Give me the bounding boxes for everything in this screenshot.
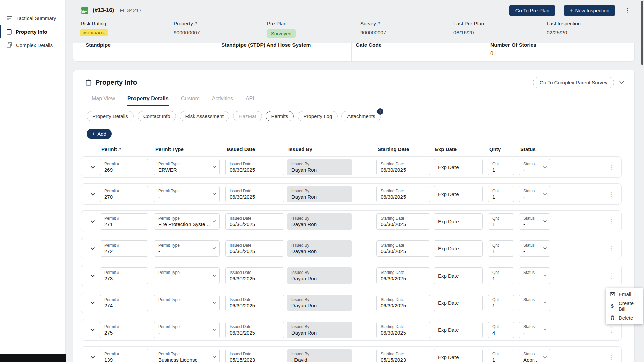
exp-date-field[interactable]: Exp Date (434, 322, 483, 338)
issued-date-field[interactable]: Issued Date 06/30/2025 (225, 213, 284, 230)
permit-number-field[interactable]: Permit # 139 (100, 349, 148, 362)
subtab-chip[interactable]: Property Details (87, 111, 134, 121)
starting-date-field[interactable]: Starting Date 05/15/2023 (376, 349, 430, 362)
status-select[interactable]: Status Approved (519, 349, 550, 362)
permit-type-select[interactable]: Permit Type - (154, 322, 220, 338)
permit-type-select[interactable]: Permit Type Business License (154, 349, 220, 362)
starting-date-field[interactable]: Starting Date 06/30/2025 (376, 240, 430, 257)
row-expand-button[interactable] (89, 244, 97, 252)
row-menu-button[interactable]: ⋮ (608, 273, 614, 279)
starting-date-field[interactable]: Starting Date 06/30/2025 (376, 295, 430, 311)
permit-type-select[interactable]: Permit Type - (154, 267, 220, 284)
permit-number-field[interactable]: Permit # 271 (100, 213, 148, 230)
row-expand-button[interactable] (89, 190, 97, 198)
exp-date-field[interactable]: Exp Date (434, 295, 483, 311)
status-select[interactable]: Status - (519, 322, 550, 338)
subtab-chip[interactable]: Contact Info (138, 111, 176, 121)
tab[interactable]: API (246, 96, 254, 106)
row-expand-button[interactable] (89, 163, 97, 171)
sidebar-item-tactical-summary[interactable]: Tactical Summary (0, 11, 65, 25)
add-permit-button[interactable]: +Add (87, 129, 112, 139)
go-to-preplan-button[interactable]: Go To Pre-Plan (509, 5, 555, 16)
starting-date-field[interactable]: Starting Date 06/30/2025 (376, 213, 430, 230)
qnt-field[interactable]: Qnt 1 (488, 240, 514, 257)
exp-date-field[interactable]: Exp Date (434, 213, 483, 230)
exp-date-field[interactable]: Exp Date (434, 240, 483, 257)
issued-date-field[interactable]: Issued Date 06/30/2025 (225, 267, 284, 284)
permit-type-select[interactable]: Permit Type ERWER (154, 159, 220, 175)
qnt-field[interactable]: Qnt 1 (488, 267, 514, 284)
status-select[interactable]: Status - (519, 159, 550, 175)
tab[interactable]: Map View (92, 96, 115, 106)
go-to-complex-parent-survey-button[interactable]: Go To Complex Parent Survey (533, 77, 614, 88)
sidebar-item-property-info[interactable]: Property Info (0, 25, 65, 38)
plus-icon: + (92, 131, 95, 137)
permit-number-field[interactable]: Permit # 270 (100, 186, 148, 202)
issued-date-field[interactable]: Issued Date 05/15/2023 (225, 349, 284, 362)
sidebar-item-complex-details[interactable]: Complex Details (0, 38, 65, 52)
subtab-chip[interactable]: HazMat (233, 111, 262, 121)
permit-row: Permit # 269 Permit Type ERWER Issued Da… (81, 156, 622, 178)
status-select[interactable]: Status - (519, 186, 550, 202)
context-menu-item-delete[interactable]: Delete (606, 313, 643, 322)
row-expand-button[interactable] (89, 272, 97, 280)
qnt-field[interactable]: Qnt 1 (488, 159, 514, 175)
context-menu-item-email[interactable]: Email (606, 290, 643, 299)
status-select[interactable]: Status - (519, 295, 550, 311)
exp-date-field[interactable]: Exp Date (434, 159, 483, 175)
starting-date-field[interactable]: Starting Date 06/30/2025 (376, 267, 430, 284)
subtab-chip[interactable]: Permits (266, 111, 294, 121)
row-menu-button[interactable]: ⋮ (608, 354, 614, 360)
starting-date-field[interactable]: Starting Date 06/30/2025 (376, 186, 430, 202)
permit-number-field[interactable]: Permit # 274 (100, 295, 148, 311)
qnt-field[interactable]: Qnt 4 (488, 322, 514, 338)
row-menu-button[interactable]: ⋮ (608, 164, 614, 170)
subtab-chip[interactable]: Attachments 1 (341, 111, 381, 121)
row-expand-button[interactable] (89, 299, 97, 307)
new-inspection-button[interactable]: +New Inspection (564, 5, 615, 16)
permit-number-field[interactable]: Permit # 272 (100, 240, 148, 257)
qnt-field[interactable]: Qnt 1 (488, 349, 514, 362)
permit-number-field[interactable]: Permit # 275 (100, 322, 148, 338)
row-menu-button[interactable]: ⋮ (608, 191, 614, 197)
header-actions: Go To Pre-Plan +New Inspection ⋮ (509, 5, 631, 16)
qnt-field[interactable]: Qnt 1 (488, 213, 514, 230)
status-select[interactable]: Status - (519, 267, 550, 284)
row-expand-button[interactable] (89, 217, 97, 225)
issued-date-field[interactable]: Issued Date 06/30/2025 (225, 295, 284, 311)
row-menu-button[interactable]: ⋮ (608, 245, 614, 252)
starting-date-field[interactable]: Starting Date 06/30/2025 (376, 322, 430, 338)
permit-number-field[interactable]: Permit # 269 (100, 159, 148, 175)
header-menu-button[interactable]: ⋮ (624, 7, 631, 14)
subtab-chip[interactable]: Risk Assessment (180, 111, 229, 121)
permit-type-select[interactable]: Permit Type - (154, 295, 220, 311)
permit-type-select[interactable]: Permit Type - (154, 240, 220, 257)
status-select[interactable]: Status - (519, 240, 550, 257)
issued-date-field[interactable]: Issued Date 06/30/2025 (225, 240, 284, 257)
exp-date-field[interactable]: Exp Date (434, 349, 483, 362)
exp-date-field[interactable]: Exp Date (434, 186, 483, 202)
qnt-field[interactable]: Qnt 1 (488, 186, 514, 202)
qnt-field[interactable]: Qnt 1 (488, 295, 514, 311)
issued-date-field[interactable]: Issued Date 06/30/2025 (225, 186, 284, 202)
tab[interactable]: Activities (212, 96, 233, 106)
issued-date-field[interactable]: Issued Date 06/30/2025 (225, 159, 284, 175)
header-field: Pre-Plan Surveyed (267, 21, 360, 38)
row-expand-button[interactable] (89, 326, 97, 334)
subtab-chip[interactable]: Property Log (298, 111, 338, 121)
scrollbar-thumb[interactable] (641, 1, 643, 65)
row-menu-button[interactable]: ⋮ (608, 218, 614, 225)
exp-date-field[interactable]: Exp Date (434, 267, 483, 284)
tab[interactable]: Custom (181, 96, 200, 106)
starting-date-field[interactable]: Starting Date 06/30/2025 (376, 159, 430, 175)
context-menu-item-create-bill[interactable]: $ Create Bill (606, 299, 643, 313)
collapse-card-button[interactable] (619, 81, 624, 84)
row-expand-button[interactable] (89, 353, 97, 361)
status-select[interactable]: Status - (519, 213, 550, 230)
issued-date-field[interactable]: Issued Date 06/30/2025 (225, 322, 284, 338)
permit-type-select[interactable]: Permit Type Fire Protection Systems P... (154, 213, 220, 230)
permit-type-select[interactable]: Permit Type - (154, 186, 220, 202)
tab[interactable]: Property Details (127, 96, 169, 106)
permit-number-field[interactable]: Permit # 273 (100, 267, 148, 284)
row-menu-button[interactable]: ⋮ (608, 327, 614, 333)
